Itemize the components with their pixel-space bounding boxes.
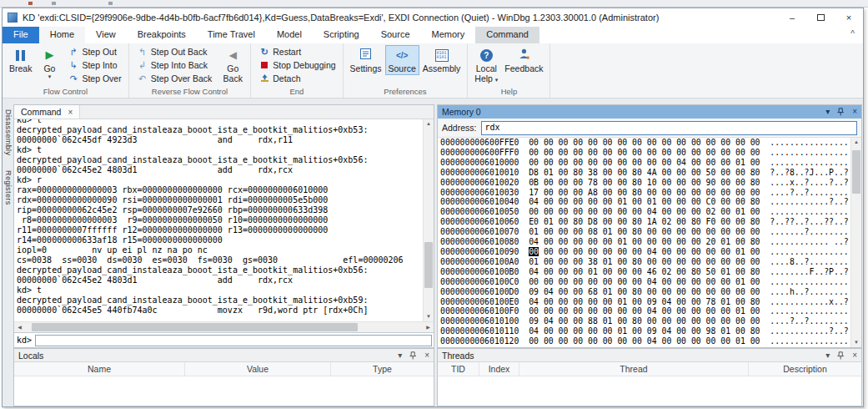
memory-byte[interactable]: 00 (632, 326, 642, 336)
memory-byte[interactable]: 80 (750, 217, 760, 226)
memory-byte[interactable]: A8 (588, 188, 598, 197)
memory-byte[interactable]: 00 (632, 158, 642, 167)
memory-byte[interactable]: 00 (647, 237, 657, 246)
memory-byte[interactable]: 00 (676, 326, 686, 336)
memory-byte[interactable]: 00 (720, 188, 730, 197)
memory-pane-chevron-icon[interactable]: ▾ (825, 108, 830, 116)
memory-byte[interactable]: 00 (544, 138, 554, 147)
memory-byte[interactable]: 00 (603, 207, 613, 216)
step-out-back-button[interactable]: ↰ Step Out Back (134, 45, 216, 58)
memory-byte[interactable]: 01 (529, 227, 539, 236)
memory-row[interactable]: 0000000006010030 17 00 00 00 A8 00 00 80… (440, 188, 850, 198)
memory-byte[interactable]: 00 (559, 237, 569, 246)
memory-byte[interactable]: 00 (720, 346, 730, 347)
memory-byte[interactable]: 00 (529, 306, 539, 316)
memory-byte[interactable]: 80 (632, 227, 642, 236)
memory-byte[interactable]: 00 (603, 217, 613, 226)
memory-byte[interactable]: 00 (573, 247, 583, 256)
memory-byte[interactable]: 38 (588, 168, 598, 177)
memory-byte[interactable]: 00 (544, 148, 554, 157)
ribbon-tab-home[interactable]: Home (39, 27, 85, 43)
memory-byte[interactable]: 00 (632, 306, 642, 316)
memory-byte[interactable]: 00 (529, 138, 539, 147)
memory-byte[interactable]: 00 (588, 148, 598, 157)
memory-byte[interactable]: 00 (559, 346, 569, 347)
memory-byte[interactable]: 00 (676, 138, 686, 147)
memory-byte[interactable]: 80 (632, 316, 642, 326)
memory-byte[interactable]: 00 (676, 297, 686, 306)
memory-byte[interactable]: 00 (662, 277, 672, 286)
memory-byte[interactable]: 00 (676, 287, 686, 296)
memory-byte[interactable]: 20 (706, 237, 716, 246)
memory-byte[interactable]: E0 (529, 217, 539, 226)
memory-byte[interactable]: 01 (617, 237, 627, 246)
memory-byte[interactable]: 00 (559, 326, 569, 336)
memory-byte[interactable]: 00 (544, 297, 554, 306)
memory-byte[interactable]: 02 (706, 207, 716, 216)
memory-byte[interactable]: 00 (588, 247, 598, 256)
ribbon-tab-time-travel[interactable]: Time Travel (197, 27, 266, 43)
memory-byte[interactable]: 80 (750, 297, 760, 306)
memory-byte[interactable]: 80 (750, 197, 760, 206)
memory-byte[interactable]: 00 (559, 287, 569, 296)
memory-byte[interactable]: 00 (559, 178, 569, 187)
memory-byte[interactable]: A8 (588, 346, 598, 347)
memory-byte[interactable]: 00 (588, 297, 598, 306)
memory-byte[interactable]: 01 (603, 257, 613, 266)
memory-byte[interactable]: 00 (529, 247, 539, 256)
memory-byte[interactable]: 00 (617, 247, 627, 256)
scroll-left-icon[interactable]: ◀ (14, 322, 25, 333)
column-header-thread[interactable]: Thread (519, 362, 749, 376)
memory-byte[interactable]: 00 (573, 158, 583, 167)
memory-byte[interactable]: 00 (676, 306, 686, 316)
memory-byte[interactable]: 00 (647, 287, 657, 296)
memory-byte[interactable]: 90 (706, 178, 716, 187)
memory-byte[interactable]: 01 (544, 217, 554, 226)
memory-byte[interactable]: 00 (632, 207, 642, 216)
memory-byte[interactable]: 00 (559, 197, 569, 206)
memory-byte[interactable]: 00 (573, 267, 583, 276)
memory-byte[interactable]: 00 (676, 227, 686, 236)
memory-byte[interactable]: 00 (617, 148, 627, 157)
memory-byte[interactable]: 00 (544, 237, 554, 246)
memory-byte[interactable]: 00 (632, 197, 642, 206)
memory-byte[interactable]: 00 (735, 148, 745, 157)
memory-byte[interactable]: 00 (632, 138, 642, 147)
settings-button[interactable]: Settings (347, 45, 385, 75)
memory-byte[interactable]: 00 (706, 316, 716, 326)
memory-row[interactable]: 0000000006010090 00 00 00 00 00 00 00 00… (440, 247, 850, 257)
memory-byte[interactable]: 00 (720, 336, 730, 346)
memory-byte[interactable]: 00 (529, 148, 539, 157)
memory-byte[interactable]: 00 (720, 247, 730, 256)
memory-byte[interactable]: 04 (676, 158, 686, 167)
ribbon-tab-view[interactable]: View (85, 27, 127, 43)
memory-byte[interactable]: 00 (706, 158, 716, 167)
memory-byte[interactable]: 00 (573, 197, 583, 206)
memory-byte[interactable]: 00 (662, 257, 672, 266)
memory-row[interactable]: 0000000006010100 09 04 00 00 88 01 00 80… (440, 316, 850, 326)
ribbon-tab-command[interactable]: Command (475, 27, 539, 43)
memory-byte[interactable]: 01 (720, 237, 730, 246)
memory-byte[interactable]: 01 (603, 227, 613, 236)
memory-byte[interactable]: 00 (735, 297, 745, 306)
memory-byte[interactable]: 80 (632, 287, 642, 296)
memory-byte[interactable]: 00 (676, 178, 686, 187)
memory-byte[interactable]: 00 (662, 197, 672, 206)
memory-row[interactable]: 0000000006010040 04 00 00 00 00 00 01 00… (440, 197, 850, 207)
memory-byte[interactable]: 00 (750, 247, 760, 256)
memory-scroll-track[interactable] (851, 147, 861, 338)
memory-byte[interactable]: 00 (735, 168, 745, 177)
memory-byte[interactable]: 00 (617, 267, 627, 276)
memory-byte[interactable]: 00 (617, 336, 627, 346)
memory-byte[interactable]: 00 (706, 336, 716, 346)
memory-byte[interactable]: 08 (588, 227, 598, 236)
memory-byte[interactable]: 00 (559, 257, 569, 266)
memory-byte[interactable]: 00 (603, 267, 613, 276)
memory-byte[interactable]: 00 (662, 287, 672, 296)
memory-byte[interactable]: 00 (735, 287, 745, 296)
memory-byte[interactable]: 01 (603, 287, 613, 296)
memory-byte[interactable]: 00 (720, 257, 730, 266)
memory-byte[interactable]: 50 (706, 168, 716, 177)
memory-byte[interactable]: 00 (676, 277, 686, 286)
memory-byte[interactable]: 00 (662, 188, 672, 197)
